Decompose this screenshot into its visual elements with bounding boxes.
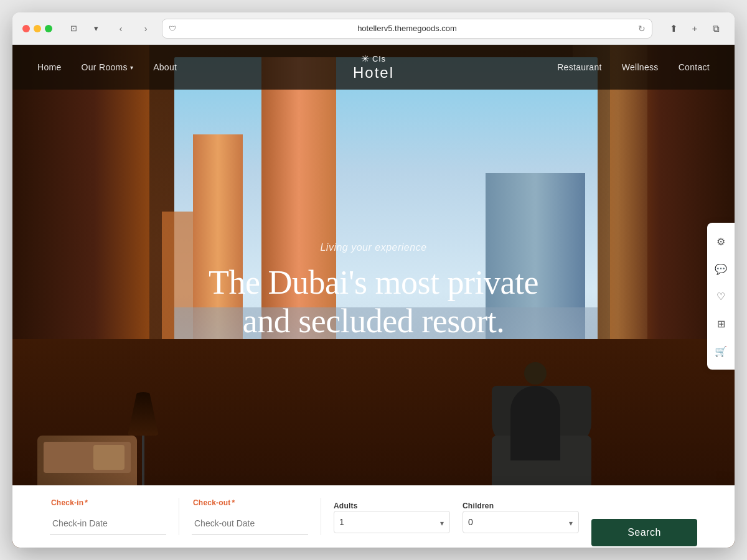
hero-title: The Dubai's most private and secluded re… (187, 263, 560, 340)
checkin-label: Check-in* (50, 498, 166, 507)
site-logo[interactable]: ✳ Cls Hotel (353, 54, 394, 81)
search-button[interactable]: Search (591, 519, 697, 546)
nav-restaurant[interactable]: Restaurant (557, 62, 601, 72)
minimize-button[interactable] (34, 25, 41, 32)
side-toolbar: ⚙ 💬 ♡ ⊞ 🛒 (707, 223, 735, 370)
close-button[interactable] (22, 25, 30, 32)
nav-contact[interactable]: Contact (679, 62, 710, 72)
booking-bar: Check-in* Check-out* Adults 1 2 3 (12, 485, 735, 548)
checkin-field: Check-in* (50, 498, 166, 534)
hero-subtitle: Living your experience (187, 242, 560, 253)
person-silhouette (510, 375, 560, 460)
children-select[interactable]: 0 1 2 3 4 (463, 511, 579, 533)
hero-title-line1: The Dubai's most private (209, 264, 538, 301)
logo-star-icon: ✳ (361, 54, 370, 65)
floor-lamp (125, 392, 162, 485)
adults-select[interactable]: 1 2 3 4 5 (334, 511, 450, 533)
tabs-overview-button[interactable]: ⧉ (707, 20, 725, 37)
browser-actions: ⬆ + ⧉ (665, 20, 725, 37)
nav-our-rooms[interactable]: Our Rooms ▾ (82, 62, 134, 72)
browser-titlebar: ⊡ ▾ ‹ › 🛡 hotellerv5.themegoods.com ↻ ⬆ … (12, 12, 735, 45)
browser-controls: ⊡ ▾ (65, 20, 105, 37)
nav-home[interactable]: Home (37, 62, 62, 72)
favorites-tool-button[interactable]: ♡ (707, 282, 735, 310)
logo-cls-text: Cls (372, 55, 386, 63)
maximize-button[interactable] (45, 25, 52, 32)
cart-tool-button[interactable]: 🛒 (707, 337, 735, 365)
hero-content: Living your experience The Dubai's most … (187, 242, 560, 340)
back-button[interactable]: ‹ (112, 20, 129, 37)
url-text: hotellerv5.themegoods.com (181, 24, 633, 33)
nav-right: Restaurant Wellness Contact (394, 62, 710, 72)
children-field: Children 0 1 2 3 4 ▾ (463, 500, 579, 533)
dropdown-arrow-icon: ▾ (130, 64, 133, 71)
security-icon: 🛡 (169, 24, 176, 33)
settings-tool-button[interactable]: ⚙ (707, 228, 735, 255)
checkout-label: Check-out* (192, 498, 308, 507)
nav-about[interactable]: About (153, 62, 177, 72)
chat-tool-button[interactable]: 💬 (707, 255, 735, 282)
lamp-stand (142, 436, 144, 485)
tab-layout-button[interactable]: ⊡ (65, 20, 82, 37)
person-body (510, 386, 560, 460)
lamp-shade (128, 392, 159, 436)
traffic-lights (22, 25, 52, 32)
new-tab-button[interactable]: + (686, 20, 703, 37)
adults-field: Adults 1 2 3 4 5 ▾ (334, 500, 450, 533)
navbar: Home Our Rooms ▾ About ✳ Cls Hotel Resta… (12, 45, 735, 90)
logo-hotel-text: Hotel (353, 65, 394, 81)
checkout-input[interactable] (192, 512, 308, 534)
sofa-pillow (93, 445, 125, 470)
nav-left: Home Our Rooms ▾ About (37, 62, 353, 72)
website-content: Home Our Rooms ▾ About ✳ Cls Hotel Resta… (12, 45, 735, 548)
children-label: Children (463, 502, 494, 510)
address-bar[interactable]: 🛡 hotellerv5.themegoods.com ↻ (162, 19, 652, 39)
refresh-button[interactable]: ↻ (638, 24, 646, 34)
grid-tool-button[interactable]: ⊞ (707, 310, 735, 337)
hero-title-line2: and secluded resort. (243, 302, 504, 340)
adults-label: Adults (334, 502, 358, 510)
checkin-input[interactable] (50, 512, 166, 534)
forward-button[interactable]: › (137, 20, 154, 37)
field-divider-2 (321, 498, 321, 535)
browser-window: ⊡ ▾ ‹ › 🛡 hotellerv5.themegoods.com ↻ ⬆ … (12, 12, 735, 548)
person-head (524, 362, 547, 385)
checkout-field: Check-out* (192, 498, 308, 534)
share-button[interactable]: ⬆ (665, 20, 682, 37)
nav-wellness[interactable]: Wellness (622, 62, 659, 72)
tab-dropdown-button[interactable]: ▾ (87, 20, 105, 37)
field-divider-1 (179, 498, 179, 535)
